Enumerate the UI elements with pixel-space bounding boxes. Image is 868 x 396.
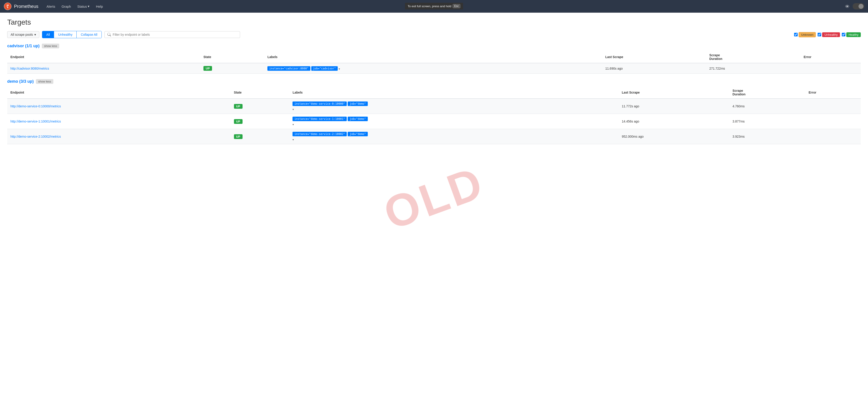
cadvisor-labels-cell: instance="cadvisor:8080" job="cadvisor" [268,66,599,71]
cadvisor-table-head: Endpoint State Labels Last Scrape Scrape… [7,51,861,63]
cadvisor-state-badge: UP [204,66,212,71]
col-endpoint-0: Endpoint [7,51,200,63]
demo-label-1-0: instance="demo-service-1:10001" [292,117,347,121]
prometheus-logo [4,2,12,10]
demo-scrape-duration-2: 3.923ms [730,129,806,144]
demo-endpoint-2[interactable]: http://demo-service-2:10002/metrics [10,135,61,138]
nav-help[interactable]: Help [93,3,105,10]
healthy-filter: Healthy [842,32,861,37]
filter-btn-group: All Unhealthy Collapse All [42,31,102,38]
demo-scrape-duration-0: 4.760ms [730,98,806,114]
demo-label-2-1: job="demo" [348,132,368,136]
demo-last-scrape-2: 952.000ms ago [619,129,730,144]
demo-labels-1: instance="demo-service-1:10001" job="dem… [292,117,615,126]
unhealthy-filter-btn[interactable]: Unhealthy [54,31,76,38]
dropdown-arrow-icon: ▾ [34,33,36,36]
unknown-checkbox[interactable] [794,33,798,36]
demo-section-title[interactable]: demo (3/3 up) [7,79,34,84]
demo-expand-chevron-1[interactable] [292,123,615,126]
svg-rect-1 [7,4,7,7]
cadvisor-table-body: http://cadvisor:8080/metrics UP instance… [7,63,861,74]
demo-col-last-scrape: Last Scrape [619,87,730,98]
nav-alerts[interactable]: Alerts [44,3,58,10]
demo-error-1 [805,114,861,129]
cadvisor-table: Endpoint State Labels Last Scrape Scrape… [7,51,861,74]
cadvisor-last-scrape: 11.690s ago [602,63,706,74]
cadvisor-expand-chevron[interactable] [339,67,340,70]
unknown-badge: Unknown [799,32,816,37]
demo-error-0 [805,98,861,114]
col-labels-0: Labels [264,51,602,63]
cadvisor-show-less-btn[interactable]: show less [42,43,59,49]
esc-key: Esc [453,4,460,8]
nav-links: Alerts Graph Status ▾ Help [44,2,105,10]
demo-endpoint-1[interactable]: http://demo-service-1:10001/metrics [10,120,61,123]
col-state-0: State [200,51,264,63]
healthy-checkbox[interactable] [842,33,845,36]
demo-labels-2: instance="demo-service-2:10002" job="dem… [292,132,615,141]
demo-show-less-btn[interactable]: show less [36,79,53,84]
navbar: Prometheus Alerts Graph Status ▾ Help To… [0,0,868,13]
main-content: Targets All scrape pools ▾ All Unhealthy… [0,13,868,155]
app-title: Prometheus [14,4,38,9]
nav-status-dropdown[interactable]: Status ▾ [74,2,92,10]
table-row: http://cadvisor:8080/metrics UP instance… [7,63,861,74]
navbar-right [844,3,864,10]
page-title: Targets [7,18,861,26]
col-error-0: Error [800,51,861,63]
cadvisor-section-title[interactable]: cadvisor (1/1 up) [7,43,39,49]
svg-point-3 [7,7,8,8]
table-row: http://demo-service-0:10000/metrics UP i… [7,98,861,114]
filter-bar: All scrape pools ▾ All Unhealthy Collaps… [7,31,861,38]
demo-label-0-0: instance="demo-service-0:10000" [292,101,347,106]
demo-table-head: Endpoint State Labels Last Scrape Scrape… [7,87,861,98]
nav-graph[interactable]: Graph [59,3,74,10]
unknown-filter: Unknown [794,32,816,37]
healthy-badge: Healthy [846,32,861,37]
demo-expand-chevron-2[interactable] [292,138,615,141]
brand-link[interactable]: Prometheus [4,2,38,10]
cadvisor-label-0: instance="cadvisor:8080" [268,66,310,71]
demo-col-endpoint: Endpoint [7,87,231,98]
demo-col-labels: Labels [289,87,618,98]
cadvisor-section-header: cadvisor (1/1 up) show less [7,43,861,49]
col-last-scrape-0: Last Scrape [602,51,706,63]
all-filter-btn[interactable]: All [42,31,54,38]
demo-error-2 [805,129,861,144]
col-scrape-duration-0: ScrapeDuration [706,51,800,63]
demo-label-2-0: instance="demo-service-2:10002" [292,132,347,136]
table-row: http://demo-service-1:10001/metrics UP i… [7,114,861,129]
status-dropdown-arrow: ▾ [88,4,90,8]
collapse-all-btn[interactable]: Collapse All [76,31,101,38]
settings-button[interactable] [844,3,851,10]
demo-col-scrape-duration: ScrapeDuration [730,87,806,98]
status-filters: Unknown Unhealthy Healthy [794,32,861,37]
demo-state-1: UP [234,119,243,124]
search-container [104,31,240,38]
demo-label-1-1: job="demo" [348,117,368,121]
demo-table: Endpoint State Labels Last Scrape Scrape… [7,87,861,144]
demo-col-state: State [231,87,289,98]
demo-labels-0: instance="demo-service-0:10000" job="dem… [292,101,615,111]
demo-table-body: http://demo-service-0:10000/metrics UP i… [7,98,861,144]
demo-col-error: Error [805,87,861,98]
search-input[interactable] [113,33,237,36]
demo-section-header: demo (3/3 up) show less [7,79,861,84]
theme-toggle-knob [859,4,864,9]
cadvisor-error [800,63,861,74]
demo-endpoint-0[interactable]: http://demo-service-0:10000/metrics [10,104,61,108]
cadvisor-endpoint-link[interactable]: http://cadvisor:8080/metrics [10,67,49,70]
unhealthy-badge: Unhealthy [822,32,840,37]
search-icon [107,33,111,36]
theme-toggle-button[interactable] [852,3,864,9]
table-row: http://demo-service-2:10002/metrics UP i… [7,129,861,144]
demo-state-2: UP [234,134,243,139]
demo-last-scrape-1: 14.456s ago [619,114,730,129]
scrape-pool-dropdown[interactable]: All scrape pools ▾ [7,31,39,38]
cadvisor-label-1: job="cadvisor" [311,66,338,71]
demo-state-0: UP [234,104,243,109]
demo-scrape-duration-1: 3.877ms [730,114,806,129]
unhealthy-checkbox[interactable] [817,33,821,36]
demo-expand-chevron-0[interactable] [292,108,615,111]
svg-rect-2 [8,4,8,6]
